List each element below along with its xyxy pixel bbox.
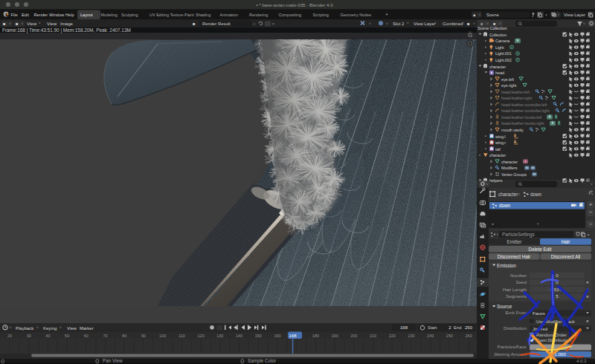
svg-text:180: 180: [312, 334, 319, 338]
svg-text:50: 50: [65, 334, 69, 338]
svg-text:Playback: Playback: [16, 326, 34, 331]
svg-text:˅: ˅: [591, 183, 593, 186]
svg-text:Scene: Scene: [486, 13, 499, 17]
svg-text:−: −: [589, 209, 592, 215]
svg-text:○: ○: [253, 22, 255, 26]
svg-text:˅: ˅: [36, 326, 39, 330]
svg-text:150: 150: [255, 334, 262, 338]
svg-text:Marker: Marker: [80, 326, 94, 331]
svg-text:˅: ˅: [434, 22, 437, 25]
svg-text:head: head: [495, 71, 504, 75]
svg-text:Faces: Faces: [533, 311, 545, 316]
svg-text:˅: ˅: [22, 22, 24, 26]
svg-text:head-feather-controller.right: head-feather-controller.right: [501, 108, 550, 113]
svg-text:character: character: [489, 153, 506, 157]
svg-text:100: 100: [159, 334, 166, 338]
svg-text:►: ►: [492, 222, 495, 226]
svg-text:Frame:168 | Time:43:51.90 | Me: Frame:168 | Time:43:51.90 | Mem:158.20M,…: [2, 27, 131, 33]
svg-text:head-feather.right: head-feather.right: [501, 96, 533, 100]
svg-text:ParticleSettings: ParticleSettings: [502, 232, 535, 238]
svg-text:Shading: Shading: [196, 13, 210, 17]
svg-text:Render: Render: [34, 13, 48, 17]
svg-text:head-feather-hooks.left: head-feather-hooks.left: [501, 115, 542, 120]
svg-text:eye.right: eye.right: [501, 83, 517, 88]
svg-text:Camera: Camera: [495, 39, 510, 43]
svg-text:˅: ˅: [60, 326, 62, 330]
svg-text:›: ›: [518, 192, 520, 197]
svg-text:eye.left: eye.left: [501, 77, 514, 82]
svg-text:Help: Help: [65, 13, 74, 17]
svg-text:+: +: [385, 12, 388, 17]
svg-text:220: 220: [389, 334, 396, 338]
svg-text:helpers: helpers: [489, 178, 503, 183]
svg-text:Edit: Edit: [22, 13, 29, 17]
svg-text:Combined: Combined: [443, 22, 463, 26]
svg-text:5: 5: [556, 293, 559, 299]
svg-text:250: 250: [465, 325, 473, 330]
svg-text:Number: Number: [510, 273, 527, 278]
svg-text:View: View: [47, 21, 57, 26]
svg-text:240: 240: [427, 334, 434, 338]
svg-text:mouth cavity: mouth cavity: [501, 128, 524, 132]
svg-text:Slot 2: Slot 2: [393, 22, 405, 26]
svg-text:301: 301: [514, 143, 518, 146]
svg-text:301: 301: [514, 137, 518, 140]
svg-text:Window: Window: [49, 13, 65, 17]
svg-text:168: 168: [400, 325, 408, 330]
svg-text:■: ■: [16, 22, 19, 26]
svg-text:Compositing: Compositing: [279, 13, 302, 17]
svg-text:Vertex Groups: Vertex Groups: [501, 172, 527, 177]
svg-text:30: 30: [27, 334, 31, 338]
svg-text:Seed: Seed: [516, 279, 527, 285]
svg-text:View: View: [27, 21, 37, 26]
svg-text:×: ×: [545, 13, 547, 17]
svg-text:▪ * base-avian-male-035 - Blen: ▪ * base-avian-male-035 - Blender 4.0: [256, 2, 333, 7]
svg-text:character: character: [498, 192, 518, 197]
svg-text:˅: ˅: [386, 22, 388, 26]
svg-text:View: View: [67, 326, 77, 331]
svg-text:Render Result: Render Result: [202, 22, 231, 26]
svg-text:Emit From: Emit From: [505, 310, 527, 315]
svg-text:70: 70: [103, 334, 108, 338]
svg-text:head-feather-controller.left: head-feather-controller.left: [501, 103, 547, 107]
svg-text:˅: ˅: [462, 22, 464, 25]
svg-text:Scripting: Scripting: [313, 13, 329, 17]
svg-text:Layout: Layout: [80, 13, 93, 17]
svg-text:Emission: Emission: [497, 263, 516, 268]
svg-text:×: ×: [588, 233, 590, 237]
svg-text:tail: tail: [495, 147, 501, 152]
svg-text:80: 80: [122, 334, 126, 338]
svg-text:90: 90: [141, 334, 146, 338]
svg-text:■: ■: [3, 22, 6, 26]
svg-text:250: 250: [446, 334, 453, 338]
svg-text:■: ■: [467, 22, 470, 26]
svg-text:Rendering: Rendering: [249, 13, 268, 17]
svg-text:Light: Light: [495, 45, 504, 50]
svg-text:wing.r: wing.r: [495, 140, 506, 145]
svg-text:Disconnect Hair: Disconnect Hair: [498, 254, 530, 259]
svg-text:˅: ˅: [558, 13, 560, 17]
svg-text:View Layer: View Layer: [564, 13, 585, 17]
svg-text:˅: ˅: [407, 22, 409, 25]
svg-text:˅: ˅: [589, 222, 591, 227]
svg-text:60: 60: [84, 334, 89, 338]
svg-text:Light.001: Light.001: [495, 51, 512, 56]
svg-text:4.0.2: 4.0.2: [576, 358, 587, 363]
svg-text:Pan View: Pan View: [103, 358, 123, 363]
svg-text:Collection: Collection: [489, 33, 506, 37]
svg-text:190: 190: [332, 334, 338, 338]
svg-text:140: 140: [236, 334, 242, 338]
svg-text:Sample Color: Sample Color: [248, 358, 276, 364]
svg-text:≡: ≡: [480, 22, 483, 26]
svg-text:˅: ˅: [10, 326, 12, 330]
svg-text:Hair: Hair: [562, 239, 570, 244]
svg-text:Start: Start: [428, 325, 437, 330]
svg-text:130: 130: [216, 334, 223, 338]
svg-text:120: 120: [198, 334, 205, 338]
svg-text:head-feather.left: head-feather.left: [501, 90, 530, 94]
svg-text:Particles/Face: Particles/Face: [498, 344, 527, 349]
svg-text:˅: ˅: [479, 13, 481, 17]
svg-text:Keying: Keying: [43, 326, 57, 331]
svg-text:Delete Edit: Delete Edit: [529, 247, 552, 252]
svg-text:Jittering Amount: Jittering Amount: [494, 351, 527, 357]
